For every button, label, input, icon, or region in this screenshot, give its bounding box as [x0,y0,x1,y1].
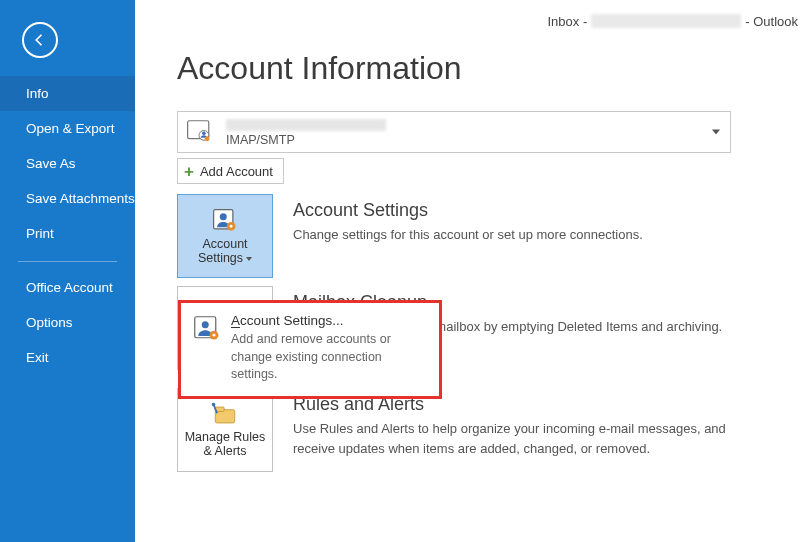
section-desc: Use Rules and Alerts to help organize yo… [293,419,733,458]
back-button[interactable] [22,22,58,58]
sidebar-item-label: Office Account [26,280,113,295]
sidebar-item-save-attachments[interactable]: Save Attachments [0,181,135,216]
tile-label: Manage Rules & Alerts [185,430,266,458]
popup-title: Account Settings... [231,313,427,328]
section-desc: Change settings for this account or set … [293,225,733,245]
chevron-down-icon [246,257,252,261]
svg-point-3 [205,136,210,141]
add-account-label: Add Account [200,164,273,179]
tile-label: Account Settings [198,237,252,265]
sidebar-item-label: Save Attachments [26,191,135,206]
sidebar-item-info[interactable]: Info [0,76,135,111]
sidebar-item-print[interactable]: Print [0,216,135,251]
svg-point-12 [212,403,216,407]
account-type-label: IMAP/SMTP [226,133,295,147]
svg-point-7 [230,225,233,228]
sidebar-divider [18,261,117,262]
mailbox-user-icon [186,118,212,147]
svg-point-14 [202,321,209,328]
section-account-settings: Account Settings Account Settings Change… [177,194,782,278]
plus-icon: + [184,163,194,180]
sidebar-item-save-as[interactable]: Save As [0,146,135,181]
account-settings-menu-item[interactable]: Account Settings... Add and remove accou… [178,300,442,399]
chevron-down-icon [712,130,720,135]
arrow-left-icon [31,31,49,49]
backstage-sidebar: Info Open & Export Save As Save Attachme… [0,0,135,542]
account-dropdown[interactable]: IMAP/SMTP [177,111,731,153]
page-title: Account Information [177,50,782,87]
svg-point-2 [202,132,206,136]
popup-desc: Add and remove accounts or change existi… [231,331,427,384]
account-name-redacted [226,119,386,131]
add-account-button[interactable]: + Add Account [177,158,284,184]
sidebar-item-label: Info [26,86,49,101]
section-heading: Account Settings [293,200,782,221]
sidebar-item-options[interactable]: Options [0,305,135,340]
rules-folder-icon [210,402,240,428]
manage-rules-alerts-tile[interactable]: Manage Rules & Alerts [177,388,273,472]
sidebar-item-label: Print [26,226,54,241]
sidebar-item-label: Save As [26,156,76,171]
svg-point-16 [213,334,216,337]
sidebar-item-label: Exit [26,350,49,365]
sidebar-item-office-account[interactable]: Office Account [0,270,135,305]
main-content: Account Information IMAP/SMTP + Add Acco… [135,0,812,542]
sidebar-nav: Info Open & Export Save As Save Attachme… [0,76,135,375]
user-gear-icon [211,207,239,235]
sidebar-item-label: Options [26,315,73,330]
sidebar-item-open-export[interactable]: Open & Export [0,111,135,146]
account-settings-tile[interactable]: Account Settings [177,194,273,278]
sidebar-item-label: Open & Export [26,121,115,136]
user-gear-icon [193,315,221,346]
svg-point-5 [220,213,227,220]
sidebar-item-exit[interactable]: Exit [0,340,135,375]
section-rules-alerts: Manage Rules & Alerts Rules and Alerts U… [177,388,782,472]
